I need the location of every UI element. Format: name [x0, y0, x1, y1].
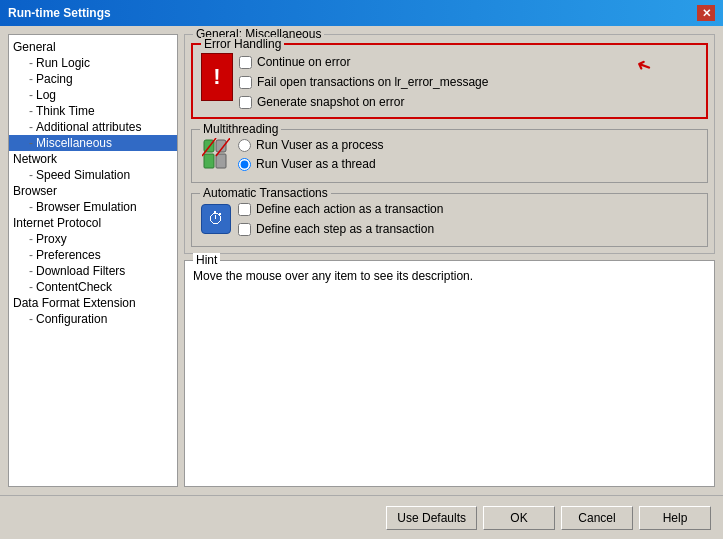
right-panel: General: Miscellaneous Error Handling ➜ … [184, 34, 715, 487]
multithreading-radio-run-as-thread[interactable] [238, 158, 251, 171]
tree-item-data-format-extension[interactable]: Data Format Extension [9, 295, 177, 311]
tree-item-label-general: General [13, 40, 56, 54]
error-checkbox-label-continue-on-error: Continue on error [257, 55, 350, 69]
tree-item-label-internet-protocol: Internet Protocol [13, 216, 101, 230]
auto-checkbox-define-each-step[interactable] [238, 223, 251, 236]
ok-button[interactable]: OK [483, 506, 555, 530]
multithreading-radio-run-as-process[interactable] [238, 139, 251, 152]
multithreading-icon [200, 136, 232, 174]
tree-item-general[interactable]: General [9, 39, 177, 55]
auto-checkbox-row-define-each-action: Define each action as a transaction [238, 202, 443, 216]
tree-item-label-configuration: Configuration [36, 312, 107, 326]
tree-item-label-preferences: Preferences [36, 248, 101, 262]
use-defaults-button[interactable]: Use Defaults [386, 506, 477, 530]
hint-label: Hint [193, 253, 220, 267]
multithreading-radio-row-run-as-process: Run Vuser as a process [238, 138, 384, 152]
error-checkbox-continue-on-error[interactable] [239, 56, 252, 69]
tree-item-browser[interactable]: Browser [9, 183, 177, 199]
tree-item-label-network: Network [13, 152, 57, 166]
multithreading-radios: Run Vuser as a processRun Vuser as a thr… [238, 136, 384, 171]
main-content: General- Run Logic- Pacing- Log- Think T… [0, 26, 723, 495]
tree-item-label-miscellaneous: Miscellaneous [36, 136, 112, 150]
tree-item-label-pacing: Pacing [36, 72, 73, 86]
general-miscellaneous-group: General: Miscellaneous Error Handling ➜ … [184, 34, 715, 254]
tree-item-think-time[interactable]: - Think Time [9, 103, 177, 119]
auto-checkbox-label-define-each-step: Define each step as a transaction [256, 222, 434, 236]
multithreading-group: Multithreading [191, 129, 708, 183]
tree-item-label-speed-simulation: Speed Simulation [36, 168, 130, 182]
auto-checkbox-row-define-each-step: Define each step as a transaction [238, 222, 443, 236]
error-handling-content: ! Continue on errorFail open transaction… [201, 51, 698, 109]
tree-item-speed-simulation[interactable]: - Speed Simulation [9, 167, 177, 183]
error-checkbox-row-continue-on-error: Continue on error [239, 55, 488, 69]
multithreading-radio-label-run-as-thread: Run Vuser as a thread [256, 157, 376, 171]
tree-item-label-think-time: Think Time [36, 104, 95, 118]
auto-checkbox-define-each-action[interactable] [238, 203, 251, 216]
tree-item-configuration[interactable]: - Configuration [9, 311, 177, 327]
error-checkbox-row-fail-open-transactions: Fail open transactions on lr_error_messa… [239, 75, 488, 89]
tree-item-label-run-logic: Run Logic [36, 56, 90, 70]
auto-transactions-icon: ⏱ [200, 200, 232, 238]
svg-rect-1 [204, 154, 214, 168]
auto-transactions-checkboxes: Define each action as a transactionDefin… [238, 200, 443, 236]
error-checkboxes: Continue on errorFail open transactions … [239, 53, 488, 109]
auto-transactions-content: ⏱ Define each action as a transactionDef… [200, 200, 699, 238]
tree-item-label-additional-attributes: Additional attributes [36, 120, 141, 134]
tree-item-label-browser: Browser [13, 184, 57, 198]
help-button[interactable]: Help [639, 506, 711, 530]
tree-item-label-data-format-extension: Data Format Extension [13, 296, 136, 310]
tree-item-additional-attributes[interactable]: - Additional attributes [9, 119, 177, 135]
multithreading-radio-label-run-as-process: Run Vuser as a process [256, 138, 384, 152]
tree-item-contentcheck[interactable]: - ContentCheck [9, 279, 177, 295]
multithreading-radio-row-run-as-thread: Run Vuser as a thread [238, 157, 384, 171]
hint-group: Hint Move the mouse over any item to see… [184, 260, 715, 487]
tree-item-preferences[interactable]: - Preferences [9, 247, 177, 263]
error-checkbox-label-generate-snapshot: Generate snapshot on error [257, 95, 404, 109]
hint-text: Move the mouse over any item to see its … [193, 267, 706, 283]
auto-transactions-label: Automatic Transactions [200, 186, 331, 200]
error-checkbox-generate-snapshot[interactable] [239, 96, 252, 109]
bottom-bar: Use Defaults OK Cancel Help [0, 495, 723, 539]
tree-item-browser-emulation[interactable]: - Browser Emulation [9, 199, 177, 215]
close-button[interactable]: ✕ [697, 5, 715, 21]
cancel-button[interactable]: Cancel [561, 506, 633, 530]
error-checkbox-fail-open-transactions[interactable] [239, 76, 252, 89]
title-bar: Run-time Settings ✕ [0, 0, 723, 26]
tree-item-label-log: Log [36, 88, 56, 102]
window-title: Run-time Settings [8, 6, 111, 20]
tree-item-label-download-filters: Download Filters [36, 264, 125, 278]
tree-item-log[interactable]: - Log [9, 87, 177, 103]
tree-item-label-contentcheck: ContentCheck [36, 280, 112, 294]
multithreading-label: Multithreading [200, 122, 281, 136]
tree-item-label-proxy: Proxy [36, 232, 67, 246]
error-checkbox-row-generate-snapshot: Generate snapshot on error [239, 95, 488, 109]
tree-item-label-browser-emulation: Browser Emulation [36, 200, 137, 214]
tree-item-proxy[interactable]: - Proxy [9, 231, 177, 247]
error-handling-group: Error Handling ➜ ! Continue on errorFail… [191, 43, 708, 119]
svg-rect-3 [216, 154, 226, 168]
automatic-transactions-group: Automatic Transactions ⏱ Define each act… [191, 193, 708, 247]
error-checkbox-label-fail-open-transactions: Fail open transactions on lr_error_messa… [257, 75, 488, 89]
tree-item-internet-protocol[interactable]: Internet Protocol [9, 215, 177, 231]
tree-item-pacing[interactable]: - Pacing [9, 71, 177, 87]
error-icon: ! [201, 53, 233, 101]
auto-checkbox-label-define-each-action: Define each action as a transaction [256, 202, 443, 216]
error-handling-label: Error Handling [201, 37, 284, 51]
tree-item-download-filters[interactable]: - Download Filters [9, 263, 177, 279]
multithreading-content: Run Vuser as a processRun Vuser as a thr… [200, 136, 699, 174]
tree-panel: General- Run Logic- Pacing- Log- Think T… [8, 34, 178, 487]
tree-item-network[interactable]: Network [9, 151, 177, 167]
tree-item-run-logic[interactable]: - Run Logic [9, 55, 177, 71]
tree-item-miscellaneous[interactable]: - Miscellaneous [9, 135, 177, 151]
